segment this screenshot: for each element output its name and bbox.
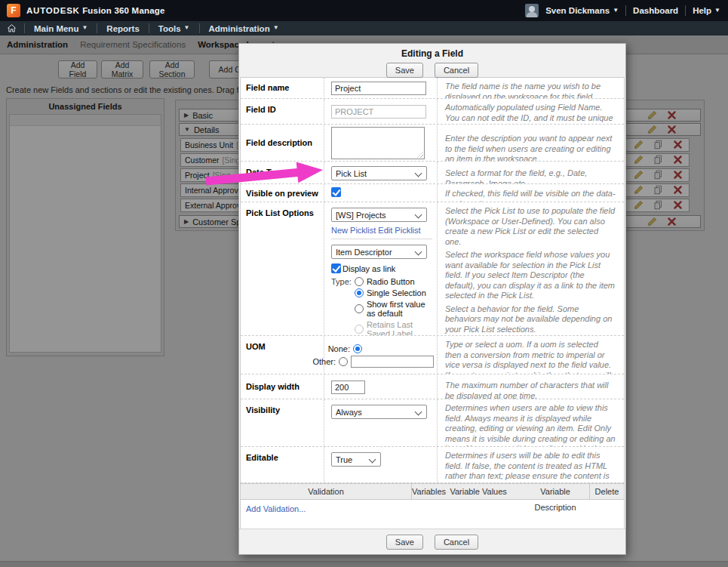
validation-column-header: Validation: [241, 484, 412, 500]
top-app-bar: F AUTODESK Fusion 360 Manage Sven Dickma…: [0, 0, 728, 21]
radio-selected-icon[interactable]: [353, 344, 362, 353]
row-visibility: Visibility Always Determines when users …: [241, 399, 624, 447]
picklist-select[interactable]: [WS] Projects: [331, 208, 427, 222]
field-description-help: Enter the description you want to appear…: [437, 125, 624, 162]
visible-on-preview-help: If checked, this field will be visible o…: [437, 184, 624, 202]
uom-none-label: None:: [309, 344, 350, 353]
data-type-select[interactable]: Pick List: [331, 166, 427, 180]
display-width-help: The maximum number of characters that wi…: [437, 374, 624, 399]
cancel-button-bottom[interactable]: Cancel: [435, 535, 478, 550]
field-id-label: Field ID: [241, 99, 324, 125]
dashboard-link[interactable]: Dashboard: [633, 6, 678, 15]
save-button-bottom[interactable]: Save: [386, 535, 423, 550]
edit-picklist-link[interactable]: Edit Picklist: [378, 226, 420, 235]
editable-value: True: [336, 455, 352, 464]
radio-icon[interactable]: [355, 277, 364, 286]
uom-other-option[interactable]: Other:: [309, 356, 434, 368]
pick-list-options-label: Pick List Options: [241, 202, 324, 336]
radio-label: Show first value as default: [367, 300, 434, 318]
variable-description-column-header: Variable Description: [521, 484, 589, 500]
visibility-value: Always: [336, 408, 362, 417]
home-button[interactable]: [0, 23, 24, 33]
data-type-label: Data Type: [241, 162, 324, 184]
picklist-help-3: Select a behavior for the field. Some be…: [445, 304, 616, 335]
chevron-down-icon: ▼: [714, 7, 720, 14]
editing-a-field-dialog: Editing a Field Save Cancel Field name T…: [238, 43, 626, 555]
uom-other-label: Other:: [309, 357, 336, 366]
dialog-footer: Save Cancel: [239, 528, 625, 554]
visibility-select[interactable]: Always: [331, 405, 427, 419]
new-picklist-link[interactable]: New Picklist: [331, 226, 376, 235]
divider: [685, 5, 686, 16]
cancel-button[interactable]: Cancel: [435, 63, 478, 78]
delete-column-header: Delete: [590, 484, 624, 500]
editable-select[interactable]: True: [331, 452, 381, 467]
type-option-single-selection[interactable]: Single Selection: [355, 288, 434, 297]
radio-disabled-icon: [355, 325, 364, 334]
field-name-label: Field name: [241, 78, 324, 99]
field-name-help: The field name is the name you wish to b…: [437, 78, 624, 99]
editable-label: Editable: [241, 447, 324, 483]
row-data-type: Data Type Pick List Select a format for …: [241, 162, 624, 184]
picklist-help-1: Select the Pick List to use to populate …: [445, 206, 616, 247]
validation-table-header: Validation Variables Variable Values Var…: [241, 484, 624, 500]
descriptor-value: Item Descriptor: [336, 248, 392, 257]
field-name-input[interactable]: [331, 82, 426, 95]
field-description-label: Field description: [241, 125, 324, 162]
radio-icon[interactable]: [339, 357, 348, 366]
radio-icon[interactable]: [355, 304, 364, 313]
home-icon: [7, 23, 17, 33]
main-nav-bar: Main Menu▼ Reports Tools▼ Administration…: [0, 21, 728, 35]
user-name: Sven Dickmans: [545, 6, 610, 15]
chevron-down-icon: ▼: [273, 24, 279, 31]
row-visible-on-preview: Visible on preview If checked, this fiel…: [241, 184, 624, 202]
descriptor-select[interactable]: Item Descriptor: [331, 245, 427, 259]
type-option-show-first-value[interactable]: Show first value as default: [355, 300, 434, 318]
picklist-value: [WS] Projects: [336, 211, 386, 220]
editable-help: Determines if users will be able to edit…: [437, 447, 624, 483]
variable-values-column-header: Variable Values: [446, 484, 511, 500]
visible-on-preview-checkbox[interactable]: [331, 187, 341, 197]
row-field-id: Field ID Automatically populated using F…: [241, 99, 624, 125]
display-width-label: Display width: [241, 374, 324, 399]
help-menu[interactable]: Help▼: [693, 6, 720, 15]
nav-main-menu[interactable]: Main Menu▼: [25, 21, 97, 35]
nav-main-menu-label: Main Menu: [34, 24, 78, 33]
app-brand: AUTODESK Fusion 360 Manage: [26, 6, 165, 15]
row-uom: UOM None: Other: Type or select a uom. I…: [241, 336, 624, 374]
user-avatar[interactable]: [525, 4, 539, 17]
radio-label: Retains Last Saved Label: [367, 320, 434, 336]
visibility-label: Visibility: [241, 399, 324, 447]
chevron-down-icon: ▼: [81, 24, 88, 31]
field-settings-form: Field name The field name is the name yo…: [240, 77, 625, 483]
nav-administration[interactable]: Administration▼: [200, 21, 288, 35]
picklist-help-2: Select the workspace field whose values …: [445, 250, 616, 301]
display-width-input[interactable]: [331, 381, 365, 394]
data-type-help: Select a format for the field, e.g., Dat…: [437, 162, 624, 184]
row-editable: Editable True Determines if users will b…: [241, 447, 624, 483]
validation-table: Validation Variables Variable Values Var…: [240, 483, 625, 531]
row-field-description: Field description Enter the description …: [241, 125, 624, 162]
uom-other-input[interactable]: [351, 356, 434, 368]
dialog-header: Editing a Field Save Cancel: [239, 44, 625, 77]
radio-selected-icon[interactable]: [355, 288, 364, 297]
display-as-link-checkbox[interactable]: [331, 263, 341, 273]
divider: [625, 5, 626, 16]
type-option-radio-button[interactable]: Radio Button: [355, 277, 434, 286]
row-field-name: Field name The field name is the name yo…: [241, 78, 624, 99]
field-description-textarea[interactable]: [331, 127, 425, 159]
add-validation-link[interactable]: Add Validation...: [246, 504, 306, 513]
fusion-logo-icon: F: [7, 4, 20, 17]
chevron-down-icon: ▼: [613, 7, 619, 14]
visibility-help: Determines when users are able to view t…: [437, 399, 624, 447]
nav-tools[interactable]: Tools▼: [149, 21, 199, 35]
row-display-width: Display width The maximum number of char…: [241, 374, 624, 399]
save-button[interactable]: Save: [386, 63, 423, 78]
data-type-value: Pick List: [336, 169, 367, 178]
uom-none-option[interactable]: None:: [309, 344, 434, 353]
field-id-input: [331, 105, 426, 119]
uom-help: Type or select a uom. If a uom is select…: [437, 336, 624, 374]
brand-autodesk: AUTODESK: [26, 6, 80, 15]
user-menu[interactable]: Sven Dickmans▼: [545, 6, 619, 15]
nav-reports[interactable]: Reports: [97, 21, 148, 35]
